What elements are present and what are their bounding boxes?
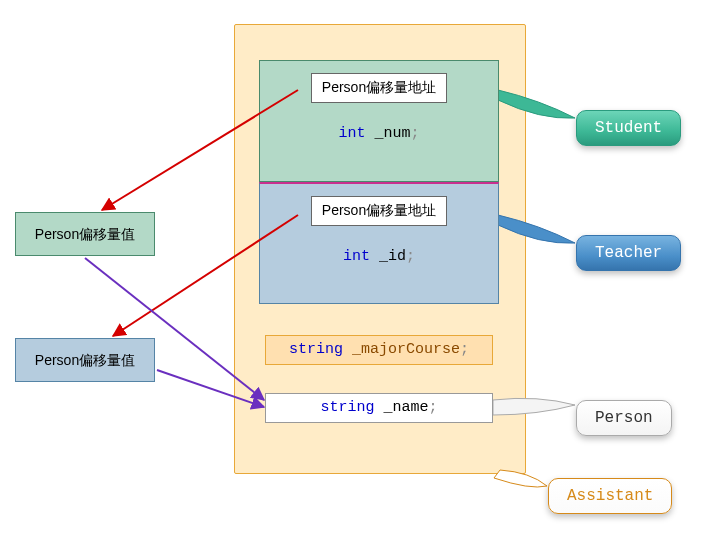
member-name: _name: [384, 399, 429, 416]
student-member: int _num;: [260, 125, 498, 142]
type-keyword: int: [343, 248, 370, 265]
type-keyword: string: [289, 341, 343, 358]
teacher-block: Person偏移量地址 int _id;: [259, 182, 499, 304]
offset-value-green: Person偏移量值: [15, 212, 155, 256]
student-block: Person偏移量地址 int _num;: [259, 60, 499, 182]
callout-student: Student: [576, 110, 681, 146]
teacher-member: int _id;: [260, 248, 498, 265]
callout-person: Person: [576, 400, 672, 436]
major-course-member: string _majorCourse;: [265, 335, 493, 365]
teacher-offset-addr-box: Person偏移量地址: [311, 196, 447, 226]
member-name: _num: [375, 125, 411, 142]
offset-value-blue: Person偏移量值: [15, 338, 155, 382]
member-name: _majorCourse: [352, 341, 460, 358]
callout-assistant: Assistant: [548, 478, 672, 514]
type-keyword: int: [338, 125, 365, 142]
callout-teacher: Teacher: [576, 235, 681, 271]
student-offset-addr-box: Person偏移量地址: [311, 73, 447, 103]
name-member: string _name;: [265, 393, 493, 423]
diagram-canvas: Person偏移量地址 int _num; Person偏移量地址 int _i…: [0, 0, 705, 539]
type-keyword: string: [320, 399, 374, 416]
member-name: _id: [379, 248, 406, 265]
